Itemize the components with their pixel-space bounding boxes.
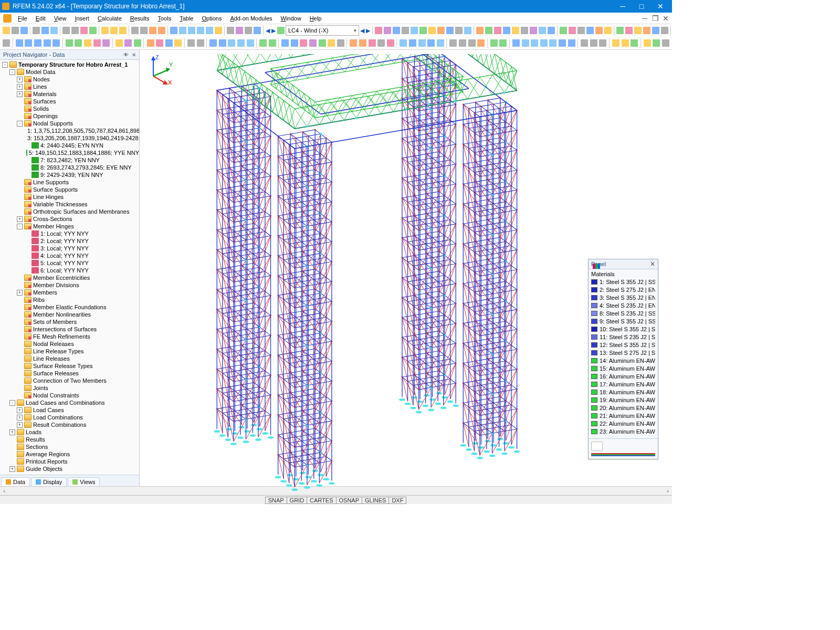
model-viewport[interactable]: Z Y X X Panel ✕ Materials 1: Steel S 355… [140, 50, 672, 486]
toolbar-button[interactable] [205, 25, 214, 36]
tree-nodal-support[interactable]: 4: 2440-2445; EYN NYN [1, 142, 139, 149]
toolbar-button[interactable] [511, 25, 520, 36]
toolbar-button[interactable] [119, 25, 127, 36]
toolbar-button[interactable] [567, 38, 576, 48]
menu-add-on-modules[interactable]: Add-on Modules [226, 14, 276, 23]
tree-item[interactable]: Results [1, 436, 139, 443]
tree-item[interactable]: Member Elastic Foundations [1, 303, 139, 311]
toolbar-button[interactable] [178, 25, 187, 36]
toolbar-button[interactable] [20, 25, 28, 36]
toolbar-button[interactable] [625, 25, 633, 36]
toolbar-button[interactable] [417, 38, 426, 48]
toolbar-button[interactable] [464, 25, 472, 36]
toolbar-button[interactable] [102, 38, 111, 48]
toolbar-button[interactable] [568, 25, 576, 36]
toolbar-button[interactable] [83, 38, 92, 48]
tree-nodal-support[interactable]: 3: 153,205,206,1887,1939,1940,2419-2428;… [1, 134, 139, 142]
menu-options[interactable]: Options [197, 14, 226, 23]
tree-member-hinge[interactable]: 4: Local; YYY NYY [1, 252, 139, 259]
toolbar-button[interactable] [580, 38, 589, 48]
tree-item[interactable]: Member Eccentricities [1, 274, 139, 281]
toolbar-button[interactable] [170, 25, 178, 36]
toolbar-button[interactable] [458, 38, 467, 48]
tree-root[interactable]: -Temporary Structure for Hobro Arrest_1 [1, 61, 139, 68]
toolbar-button[interactable] [277, 25, 285, 36]
toolbar-button[interactable] [92, 38, 101, 48]
tree-item[interactable]: Printout Reports [1, 458, 139, 465]
material-item[interactable]: 2: Steel S 275 J2 | EN 10 [591, 286, 655, 293]
material-item[interactable]: 15: Aluminum EN-AW 60 [591, 364, 655, 372]
material-item[interactable]: 16: Aluminum EN-AW 60 [591, 372, 655, 380]
toolbar-button[interactable] [131, 25, 139, 36]
tree-item[interactable]: Surfaces [1, 98, 139, 105]
tree-model-data[interactable]: -Model Data [1, 68, 139, 76]
material-item[interactable]: 1: Steel S 355 J2 | SS-EN [591, 278, 655, 286]
maximize-button[interactable]: □ [632, 0, 651, 13]
material-item[interactable]: 19: Aluminum EN-AW 60 [591, 396, 655, 404]
tree-item[interactable]: Ribs [1, 296, 139, 303]
toolbar-button[interactable] [187, 25, 196, 36]
tree-item[interactable]: Surface Supports [1, 186, 139, 193]
tree-nodal-support[interactable]: 7: 823,2482; YEN NNY [1, 156, 139, 164]
nav-arrow-button[interactable]: ◀ [360, 25, 365, 36]
toolbar-button[interactable] [89, 25, 97, 36]
navigator-pin-icon[interactable]: 👁 [123, 52, 129, 58]
toolbar-button[interactable] [643, 25, 651, 36]
toolbar-button[interactable] [299, 38, 308, 48]
toolbar-button[interactable] [436, 38, 445, 48]
toolbar-button[interactable] [494, 25, 502, 36]
toolbar-button[interactable] [621, 38, 629, 48]
tree-item[interactable]: Member Divisions [1, 281, 139, 289]
navigator-tree[interactable]: -Temporary Structure for Hobro Arrest_1-… [0, 60, 139, 475]
toolbar-button[interactable] [246, 38, 255, 48]
toolbar-button[interactable] [24, 38, 33, 48]
toolbar-button[interactable] [359, 38, 368, 48]
tree-item[interactable]: +Guide Objects [1, 465, 139, 472]
toolbar-button[interactable] [558, 38, 567, 48]
material-item[interactable]: 20: Aluminum EN-AW 60 [591, 404, 655, 412]
toolbar-button[interactable] [226, 25, 235, 36]
toolbar-button[interactable] [401, 25, 410, 36]
nav-arrow-button[interactable]: ◀ [265, 25, 270, 36]
tree-item[interactable]: +Result Combinations [1, 421, 139, 428]
tree-item[interactable]: Line Hinges [1, 193, 139, 201]
toolbar-button[interactable] [34, 38, 43, 48]
toolbar-button[interactable] [374, 25, 383, 36]
tree-nodal-support[interactable]: 5: 149,150,152,1883,1884,1886; YYE NNY [1, 149, 139, 156]
material-item[interactable]: 10: Steel S 355 J2 | SS-E [591, 325, 655, 333]
material-item[interactable]: 17: Aluminum EN-AW 60 [591, 380, 655, 388]
toolbar-button[interactable] [268, 38, 277, 48]
toolbar-button[interactable] [196, 25, 205, 36]
navigator-close-icon[interactable]: ✕ [132, 52, 136, 58]
menu-table[interactable]: Table [175, 14, 197, 23]
toolbar-button[interactable] [114, 38, 123, 48]
material-item[interactable]: 8: Steel S 235 J2 | SS-EN [591, 309, 655, 317]
tree-item[interactable]: +Load Combinations [1, 414, 139, 421]
tree-nodal-support[interactable]: 9: 2429-2439; YEN NNY [1, 171, 139, 178]
menu-view[interactable]: View [50, 14, 71, 23]
toolbar-button[interactable] [399, 38, 408, 48]
toolbar-button[interactable] [174, 38, 183, 48]
toolbar-button[interactable] [392, 25, 401, 36]
toolbar-button[interactable] [512, 38, 521, 48]
toolbar-button[interactable] [521, 38, 530, 48]
toolbar-button[interactable] [214, 25, 223, 36]
toolbar-button[interactable] [133, 38, 142, 48]
toolbar-button[interactable] [604, 25, 612, 36]
toolbar-button[interactable] [74, 38, 83, 48]
loadcase-combo[interactable]: LC4 - Wind (-X) [286, 25, 359, 36]
toolbar-button[interactable] [237, 38, 246, 48]
toolbar-button[interactable] [437, 25, 445, 36]
tree-member-hinge[interactable]: 3: Local; YYY NYY [1, 245, 139, 252]
toolbar-button[interactable] [410, 25, 418, 36]
material-item[interactable]: 3: Steel S 355 J2 | EN 10 [591, 293, 655, 301]
toolbar-button[interactable] [165, 38, 174, 48]
toolbar-button[interactable] [2, 38, 11, 48]
toolbar-button[interactable] [595, 25, 603, 36]
toolbar-button[interactable] [253, 25, 261, 36]
tree-item[interactable]: Average Regions [1, 450, 139, 458]
menu-calculate[interactable]: Calculate [93, 14, 126, 23]
material-item[interactable]: 4: Steel S 235 J2 | EN 10 [591, 301, 655, 309]
material-item[interactable]: 13: Steel S 275 J2 | SS-E [591, 349, 655, 356]
toolbar-button[interactable] [520, 25, 529, 36]
